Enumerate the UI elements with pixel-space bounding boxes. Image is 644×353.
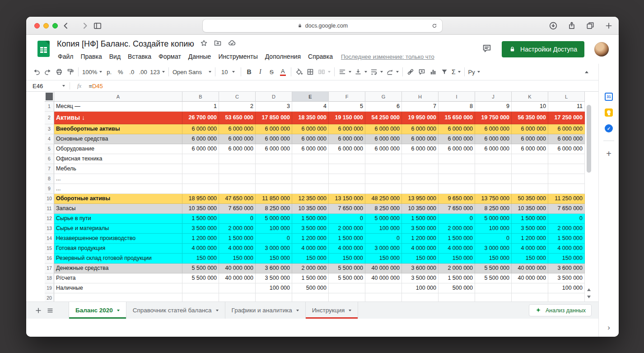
cell[interactable]: 6 000 000 [475,144,512,154]
cell[interactable]: 150 000 [475,254,512,264]
cell[interactable]: 3 500 000 [182,224,219,234]
cell[interactable]: 0 [219,214,256,224]
cell[interactable]: 150 000 [292,254,329,264]
add-sheet-button[interactable] [33,305,44,316]
cell[interactable]: 1 500 000 [439,234,475,244]
downloads-button[interactable] [548,20,559,31]
cell[interactable]: 5 500 000 [329,264,365,273]
cell[interactable]: Незавершенное производство [54,234,182,244]
cell[interactable]: 9 [475,102,512,112]
reload-button[interactable] [430,22,439,30]
cell[interactable]: 0 [548,214,585,224]
cell[interactable]: 100 000 [475,224,512,234]
cell[interactable]: 6 000 000 [365,124,402,134]
cell[interactable]: 500 000 [439,283,475,293]
cell[interactable]: 47 650 000 [219,194,256,204]
cell[interactable] [182,184,219,194]
cell[interactable] [292,293,329,301]
cell[interactable] [365,164,402,174]
cell[interactable]: 13 150 000 [329,194,365,204]
row-header-11[interactable]: 11 [45,204,54,214]
paint-format-button[interactable] [65,66,76,78]
cell[interactable] [219,293,256,301]
fill-color-button[interactable] [294,66,305,78]
cell[interactable]: 40 000 000 [219,273,256,283]
text-color-button[interactable]: A [277,66,289,78]
row-header-5[interactable]: 5 [45,144,54,154]
cell[interactable]: 1 200 000 [182,234,219,244]
cell[interactable] [219,174,256,184]
cell[interactable] [548,164,585,174]
cell[interactable]: 40 000 000 [365,264,402,273]
insert-link-button[interactable] [405,66,416,78]
cell[interactable]: Месяц — [54,102,182,112]
tab-overview-button[interactable] [585,20,596,31]
cell[interactable] [365,154,402,164]
cell[interactable]: 6 000 000 [402,134,439,144]
scrollbar-thumb[interactable] [587,105,591,173]
cell[interactable]: 40 000 000 [512,273,548,283]
cell[interactable] [439,164,475,174]
cell[interactable]: 1 200 000 [402,234,439,244]
cell[interactable]: Денежные средства [54,264,182,273]
cell[interactable] [402,293,439,301]
cell[interactable]: 6 000 000 [402,124,439,134]
scroll-down-button[interactable] [586,294,592,300]
cell[interactable]: Р/счета [54,273,182,283]
cell[interactable] [329,293,365,301]
cell[interactable] [402,174,439,184]
menu-item[interactable]: Формат [155,52,185,61]
cell[interactable]: 3 500 000 [512,224,548,234]
functions-button[interactable]: Σ [450,66,462,78]
cell[interactable] [512,184,548,194]
cell[interactable] [439,293,475,301]
cell[interactable] [182,293,219,301]
cell[interactable]: Сырье в пути [54,214,182,224]
menu-item[interactable]: Вид [106,52,124,61]
cell[interactable]: 0 [329,214,365,224]
cell[interactable]: 3 500 000 [402,224,439,234]
cell[interactable]: 1 [182,102,219,112]
cell[interactable]: 19 150 000 [329,112,365,124]
cell[interactable] [365,174,402,184]
select-all-corner[interactable] [45,92,54,102]
cell[interactable]: 4 000 000 [292,244,329,254]
cell[interactable]: 1 500 000 [548,234,585,244]
cell[interactable]: 40 000 000 [512,264,548,273]
menu-item[interactable]: Файл [54,52,77,61]
cell[interactable]: 9 650 000 [439,194,475,204]
cell[interactable] [219,164,256,174]
calendar-icon[interactable]: 31 [605,93,613,101]
cell[interactable]: 6 000 000 [548,144,585,154]
cell[interactable]: 7 650 000 [329,204,365,214]
cell[interactable]: 6 000 000 [182,144,219,154]
move-to-folder-button[interactable] [214,39,222,49]
cell[interactable]: 1 500 000 [292,214,329,224]
cell[interactable] [256,184,292,194]
document-title[interactable]: Копия [НФ] Баланс. Создайте копию [57,39,194,49]
cell[interactable] [219,184,256,194]
cell[interactable]: 11 [548,102,585,112]
cell[interactable]: 1 500 000 [512,214,548,224]
last-edit-link[interactable]: Последнее изменение: только что [341,53,434,60]
avatar[interactable] [594,42,609,56]
cell[interactable] [439,174,475,184]
collapse-toolbar-button[interactable] [581,66,592,78]
column-header-K[interactable]: K [512,92,548,102]
row-header-8[interactable]: 8 [45,174,54,184]
cell[interactable]: 19 750 000 [475,112,512,124]
cell[interactable]: 3 500 000 [292,224,329,234]
cell[interactable]: 7 650 000 [548,204,585,214]
cell[interactable]: 48 250 000 [365,194,402,204]
cell[interactable] [365,293,402,301]
cell[interactable]: 3 500 000 [256,273,292,283]
cell[interactable]: 0 [365,234,402,244]
row-header-7[interactable]: 7 [45,164,54,174]
vertical-align-button[interactable] [353,66,369,78]
cell[interactable]: 8 [439,102,475,112]
cell[interactable]: 6 000 000 [439,134,475,144]
cell[interactable]: 100 000 [548,283,585,293]
cell[interactable]: 4 000 000 [219,244,256,254]
column-header-I[interactable]: I [439,92,475,102]
cell[interactable]: Офисная техника [54,154,182,164]
